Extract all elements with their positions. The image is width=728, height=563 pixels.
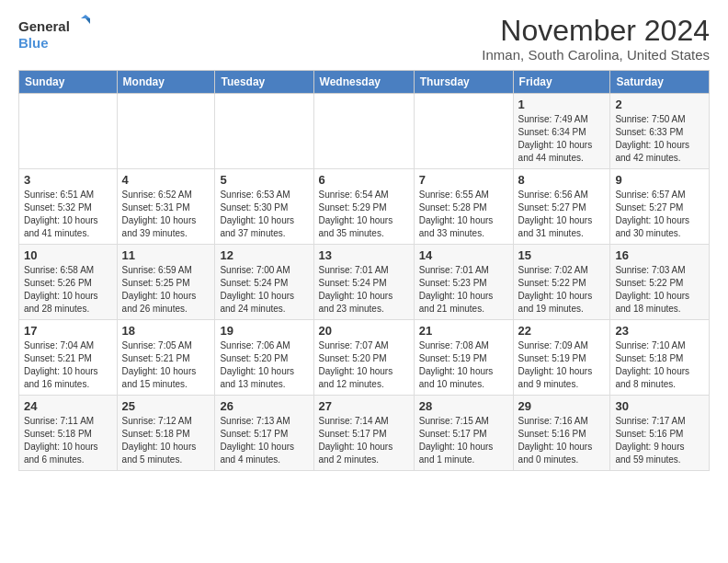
day-cell: 27Sunrise: 7:14 AM Sunset: 5:17 PM Dayli…	[313, 396, 414, 471]
day-cell: 21Sunrise: 7:08 AM Sunset: 5:19 PM Dayli…	[414, 320, 513, 396]
day-cell: 9Sunrise: 6:57 AM Sunset: 5:27 PM Daylig…	[610, 169, 710, 245]
location: Inman, South Carolina, United States	[482, 47, 710, 63]
svg-marker-3	[85, 18, 90, 24]
calendar-table: SundayMondayTuesdayWednesdayThursdayFrid…	[18, 70, 710, 471]
day-info: Sunrise: 7:05 AM Sunset: 5:21 PM Dayligh…	[122, 340, 197, 389]
day-number: 19	[220, 324, 308, 338]
header-cell-tuesday: Tuesday	[215, 71, 313, 94]
day-info: Sunrise: 7:50 AM Sunset: 6:33 PM Dayligh…	[615, 114, 689, 163]
day-number: 15	[518, 248, 606, 262]
day-number: 26	[220, 399, 308, 413]
day-number: 2	[615, 98, 704, 111]
day-cell: 29Sunrise: 7:16 AM Sunset: 5:16 PM Dayli…	[513, 396, 610, 471]
day-number: 5	[220, 173, 308, 187]
day-number: 8	[518, 173, 606, 187]
day-cell: 13Sunrise: 7:01 AM Sunset: 5:24 PM Dayli…	[313, 245, 414, 320]
day-cell: 19Sunrise: 7:06 AM Sunset: 5:20 PM Dayli…	[215, 320, 313, 396]
day-number: 12	[220, 248, 308, 262]
logo: General Blue	[18, 15, 92, 55]
day-info: Sunrise: 7:09 AM Sunset: 5:19 PM Dayligh…	[518, 340, 593, 389]
day-cell: 5Sunrise: 6:53 AM Sunset: 5:30 PM Daylig…	[215, 169, 313, 245]
header-cell-wednesday: Wednesday	[313, 71, 414, 94]
day-cell: 7Sunrise: 6:55 AM Sunset: 5:28 PM Daylig…	[414, 169, 513, 245]
day-number: 11	[122, 248, 210, 262]
day-info: Sunrise: 7:00 AM Sunset: 5:24 PM Dayligh…	[220, 265, 294, 314]
day-number: 28	[419, 399, 508, 413]
logo-svg: General Blue	[18, 15, 92, 55]
day-cell: 15Sunrise: 7:02 AM Sunset: 5:22 PM Dayli…	[513, 245, 610, 320]
day-cell: 2Sunrise: 7:50 AM Sunset: 6:33 PM Daylig…	[610, 94, 710, 169]
day-cell: 28Sunrise: 7:15 AM Sunset: 5:17 PM Dayli…	[414, 396, 513, 471]
svg-text:General: General	[18, 18, 70, 34]
day-info: Sunrise: 7:15 AM Sunset: 5:17 PM Dayligh…	[419, 416, 494, 465]
day-info: Sunrise: 7:01 AM Sunset: 5:24 PM Dayligh…	[319, 265, 393, 314]
day-cell: 26Sunrise: 7:13 AM Sunset: 5:17 PM Dayli…	[215, 396, 313, 471]
day-info: Sunrise: 7:01 AM Sunset: 5:23 PM Dayligh…	[419, 265, 494, 314]
header-cell-sunday: Sunday	[19, 71, 118, 94]
day-info: Sunrise: 7:10 AM Sunset: 5:18 PM Dayligh…	[615, 340, 689, 389]
day-info: Sunrise: 6:54 AM Sunset: 5:29 PM Dayligh…	[319, 190, 393, 238]
day-info: Sunrise: 7:49 AM Sunset: 6:34 PM Dayligh…	[518, 114, 593, 163]
day-number: 17	[24, 324, 112, 338]
day-info: Sunrise: 7:07 AM Sunset: 5:20 PM Dayligh…	[319, 340, 393, 389]
day-number: 4	[122, 173, 210, 187]
day-cell: 16Sunrise: 7:03 AM Sunset: 5:22 PM Dayli…	[610, 245, 710, 320]
day-cell: 24Sunrise: 7:11 AM Sunset: 5:18 PM Dayli…	[19, 396, 118, 471]
day-cell: 30Sunrise: 7:17 AM Sunset: 5:16 PM Dayli…	[610, 396, 710, 471]
day-info: Sunrise: 6:57 AM Sunset: 5:27 PM Dayligh…	[615, 190, 689, 238]
day-cell	[19, 94, 118, 169]
day-cell: 17Sunrise: 7:04 AM Sunset: 5:21 PM Dayli…	[19, 320, 118, 396]
day-cell	[215, 94, 313, 169]
day-info: Sunrise: 6:55 AM Sunset: 5:28 PM Dayligh…	[419, 190, 494, 238]
header-cell-friday: Friday	[513, 71, 610, 94]
day-cell	[117, 94, 215, 169]
day-cell: 14Sunrise: 7:01 AM Sunset: 5:23 PM Dayli…	[414, 245, 513, 320]
week-row-4: 17Sunrise: 7:04 AM Sunset: 5:21 PM Dayli…	[19, 320, 710, 396]
day-number: 20	[319, 324, 409, 338]
day-number: 1	[518, 98, 606, 111]
day-info: Sunrise: 7:16 AM Sunset: 5:16 PM Dayligh…	[518, 416, 593, 465]
day-info: Sunrise: 6:51 AM Sunset: 5:32 PM Dayligh…	[24, 190, 98, 238]
day-number: 23	[615, 324, 704, 338]
week-row-5: 24Sunrise: 7:11 AM Sunset: 5:18 PM Dayli…	[19, 396, 710, 471]
day-info: Sunrise: 6:52 AM Sunset: 5:31 PM Dayligh…	[122, 190, 197, 238]
svg-marker-2	[81, 15, 90, 18]
day-number: 25	[122, 399, 210, 413]
day-cell: 18Sunrise: 7:05 AM Sunset: 5:21 PM Dayli…	[117, 320, 215, 396]
day-number: 30	[615, 399, 704, 413]
day-number: 24	[24, 399, 112, 413]
day-info: Sunrise: 7:11 AM Sunset: 5:18 PM Dayligh…	[24, 416, 98, 465]
day-info: Sunrise: 7:03 AM Sunset: 5:22 PM Dayligh…	[615, 265, 689, 314]
day-cell: 11Sunrise: 6:59 AM Sunset: 5:25 PM Dayli…	[117, 245, 215, 320]
day-number: 9	[615, 173, 704, 187]
day-info: Sunrise: 7:06 AM Sunset: 5:20 PM Dayligh…	[220, 340, 294, 389]
day-cell: 22Sunrise: 7:09 AM Sunset: 5:19 PM Dayli…	[513, 320, 610, 396]
day-number: 6	[319, 173, 409, 187]
day-cell: 3Sunrise: 6:51 AM Sunset: 5:32 PM Daylig…	[19, 169, 118, 245]
calendar-page: General Blue November 2024 Inman, South …	[0, 0, 728, 480]
day-number: 27	[319, 399, 409, 413]
day-number: 21	[419, 324, 508, 338]
day-info: Sunrise: 6:58 AM Sunset: 5:26 PM Dayligh…	[24, 265, 98, 314]
day-cell: 4Sunrise: 6:52 AM Sunset: 5:31 PM Daylig…	[117, 169, 215, 245]
day-info: Sunrise: 6:56 AM Sunset: 5:27 PM Dayligh…	[518, 190, 593, 238]
day-cell: 23Sunrise: 7:10 AM Sunset: 5:18 PM Dayli…	[610, 320, 710, 396]
header-cell-thursday: Thursday	[414, 71, 513, 94]
day-info: Sunrise: 7:02 AM Sunset: 5:22 PM Dayligh…	[518, 265, 593, 314]
day-cell: 1Sunrise: 7:49 AM Sunset: 6:34 PM Daylig…	[513, 94, 610, 169]
svg-text:Blue: Blue	[18, 35, 49, 51]
week-row-2: 3Sunrise: 6:51 AM Sunset: 5:32 PM Daylig…	[19, 169, 710, 245]
day-info: Sunrise: 7:12 AM Sunset: 5:18 PM Dayligh…	[122, 416, 197, 465]
day-number: 3	[24, 173, 112, 187]
day-cell	[414, 94, 513, 169]
day-cell: 25Sunrise: 7:12 AM Sunset: 5:18 PM Dayli…	[117, 396, 215, 471]
header: General Blue November 2024 Inman, South …	[18, 15, 710, 63]
day-info: Sunrise: 7:13 AM Sunset: 5:17 PM Dayligh…	[220, 416, 294, 465]
week-row-1: 1Sunrise: 7:49 AM Sunset: 6:34 PM Daylig…	[19, 94, 710, 169]
day-info: Sunrise: 6:59 AM Sunset: 5:25 PM Dayligh…	[122, 265, 197, 314]
day-cell	[313, 94, 414, 169]
day-cell: 8Sunrise: 6:56 AM Sunset: 5:27 PM Daylig…	[513, 169, 610, 245]
title-area: November 2024 Inman, South Carolina, Uni…	[482, 15, 710, 63]
day-cell: 6Sunrise: 6:54 AM Sunset: 5:29 PM Daylig…	[313, 169, 414, 245]
day-info: Sunrise: 7:08 AM Sunset: 5:19 PM Dayligh…	[419, 340, 494, 389]
